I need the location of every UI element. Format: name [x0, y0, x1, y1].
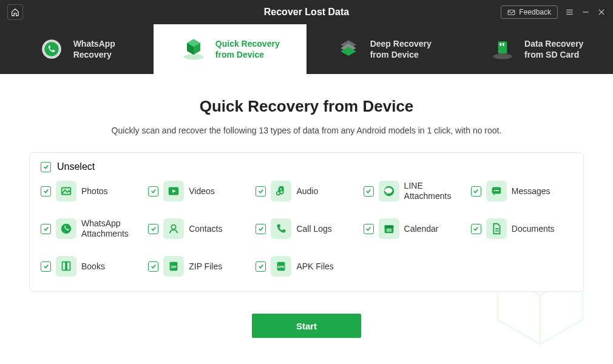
- item-label: Contacts: [189, 224, 222, 234]
- sd-card-icon: [489, 36, 516, 62]
- svg-rect-0: [508, 10, 515, 15]
- item-label: ZIP Files: [189, 261, 222, 272]
- tab-label-line2: from Device: [370, 49, 432, 60]
- checkbox-whatsapp-attachments[interactable]: [41, 224, 51, 234]
- item-label: Audio: [296, 186, 318, 197]
- photos-icon: [56, 181, 76, 201]
- item-label: WhatsApp Attachments: [81, 218, 142, 239]
- check-icon: [43, 226, 49, 232]
- close-icon: [597, 8, 606, 16]
- data-type-line-attachments[interactable]: LINE Attachments: [364, 181, 465, 201]
- messages-icon: [486, 181, 507, 201]
- title-bar: Recover Lost Data Feedback: [0, 0, 613, 24]
- data-type-call-logs[interactable]: Call Logs: [256, 218, 357, 239]
- item-label: Photos: [81, 186, 108, 197]
- checkbox-contacts[interactable]: [148, 224, 158, 234]
- tab-whatsapp-recovery[interactable]: WhatsApp Recovery: [0, 24, 154, 74]
- check-icon: [151, 263, 157, 269]
- data-type-apk-files[interactable]: APK Files: [256, 256, 357, 277]
- data-type-whatsapp-attachments[interactable]: WhatsApp Attachments: [41, 218, 142, 239]
- calendar-icon: [379, 218, 399, 239]
- data-type-books[interactable]: Books: [41, 256, 142, 277]
- apk-icon: [271, 256, 291, 277]
- tab-label-line2: Recovery: [73, 49, 115, 60]
- tab-label-line1: Quick Recovery: [215, 38, 280, 49]
- mode-tabs: WhatsApp Recovery Quick Recovery from De…: [0, 24, 613, 74]
- menu-button[interactable]: [565, 8, 574, 16]
- menu-icon: [565, 8, 574, 16]
- data-types-panel: Unselect PhotosVideosAudioLINE Attachmen…: [29, 152, 584, 292]
- data-type-contacts[interactable]: Contacts: [148, 218, 249, 239]
- contacts-icon: [163, 218, 184, 239]
- documents-icon: [486, 218, 507, 239]
- audio-icon: [271, 181, 291, 201]
- check-icon: [473, 226, 479, 232]
- main-content: Quick Recovery from Device Quickly scan …: [0, 74, 613, 350]
- checkbox-calendar[interactable]: [364, 224, 374, 234]
- svg-rect-13: [503, 43, 504, 46]
- home-button[interactable]: [7, 4, 23, 20]
- svg-rect-12: [500, 43, 502, 46]
- item-label: Calendar: [404, 224, 439, 234]
- close-button[interactable]: [597, 8, 606, 16]
- page-subtitle: Quickly scan and recover the following 1…: [29, 126, 584, 135]
- videos-icon: [163, 181, 184, 201]
- start-button[interactable]: Start: [252, 314, 361, 338]
- svg-point-9: [183, 54, 203, 59]
- check-icon: [365, 188, 371, 194]
- tab-label-line2: from Device: [215, 49, 280, 60]
- feedback-button[interactable]: Feedback: [501, 5, 558, 19]
- check-icon: [258, 263, 264, 269]
- checkbox-documents[interactable]: [471, 224, 481, 234]
- check-icon: [151, 188, 157, 194]
- call-logs-icon: [271, 218, 291, 239]
- checkbox-books[interactable]: [41, 261, 51, 272]
- data-type-documents[interactable]: Documents: [471, 218, 572, 239]
- tab-quick-recovery[interactable]: Quick Recovery from Device: [154, 24, 307, 74]
- whatsapp-attachments-icon: [56, 218, 76, 239]
- unselect-all-checkbox[interactable]: [41, 162, 51, 172]
- data-type-calendar[interactable]: Calendar: [364, 218, 465, 239]
- data-types-grid: PhotosVideosAudioLINE AttachmentsMessage…: [41, 181, 572, 277]
- data-type-videos[interactable]: Videos: [148, 181, 249, 201]
- tab-label-line2: from SD Card: [524, 49, 583, 60]
- item-label: Books: [81, 261, 105, 272]
- tab-label-line1: Data Recovery: [524, 38, 583, 49]
- svg-point-10: [493, 53, 512, 59]
- checkbox-audio[interactable]: [256, 186, 266, 197]
- data-type-photos[interactable]: Photos: [41, 181, 142, 201]
- checkbox-messages[interactable]: [471, 186, 481, 197]
- window-title: Recover Lost Data: [264, 7, 350, 18]
- page-title: Quick Recovery from Device: [29, 97, 584, 116]
- whatsapp-icon: [38, 36, 65, 62]
- check-icon: [258, 226, 264, 232]
- tab-label-line1: Deep Recovery: [370, 38, 432, 49]
- data-type-audio[interactable]: Audio: [256, 181, 357, 201]
- checkbox-photos[interactable]: [41, 186, 51, 197]
- checkbox-apk-files[interactable]: [256, 261, 266, 272]
- home-icon: [11, 8, 19, 16]
- tab-deep-recovery[interactable]: Deep Recovery from Device: [306, 24, 460, 74]
- zip-icon: [163, 256, 184, 277]
- checkbox-line-attachments[interactable]: [364, 186, 374, 197]
- check-icon: [43, 164, 49, 170]
- cube-icon: [180, 36, 207, 62]
- mail-icon: [507, 9, 515, 16]
- check-icon: [473, 188, 479, 194]
- minimize-button[interactable]: [581, 8, 590, 16]
- unselect-all-row[interactable]: Unselect: [41, 161, 572, 172]
- item-label: Call Logs: [296, 224, 331, 234]
- item-label: Videos: [189, 186, 215, 197]
- item-label: Documents: [512, 224, 555, 234]
- data-type-messages[interactable]: Messages: [471, 181, 572, 201]
- checkbox-call-logs[interactable]: [256, 224, 266, 234]
- tab-sd-card-recovery[interactable]: Data Recovery from SD Card: [460, 24, 614, 74]
- line-icon: [379, 181, 399, 201]
- unselect-label: Unselect: [57, 161, 95, 172]
- check-icon: [43, 263, 49, 269]
- books-icon: [56, 256, 76, 277]
- data-type-zip-files[interactable]: ZIP Files: [148, 256, 249, 277]
- checkbox-zip-files[interactable]: [148, 261, 158, 272]
- checkbox-videos[interactable]: [148, 186, 158, 197]
- svg-point-8: [44, 42, 58, 56]
